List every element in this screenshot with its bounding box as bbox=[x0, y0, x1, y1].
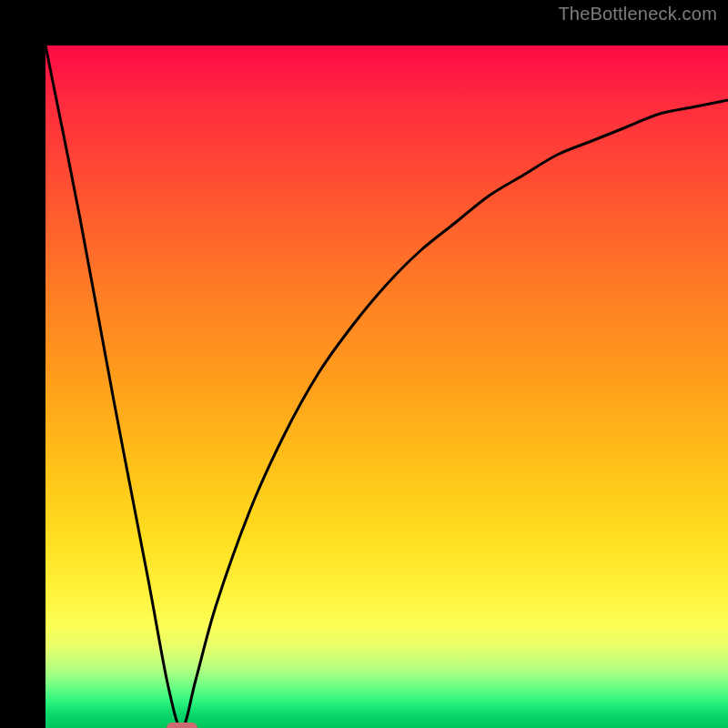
watermark-text: TheBottleneck.com bbox=[558, 4, 717, 25]
optimal-marker bbox=[167, 723, 197, 728]
chart-frame bbox=[23, 23, 705, 705]
plot-area bbox=[46, 46, 728, 728]
bottleneck-curve bbox=[46, 46, 728, 728]
